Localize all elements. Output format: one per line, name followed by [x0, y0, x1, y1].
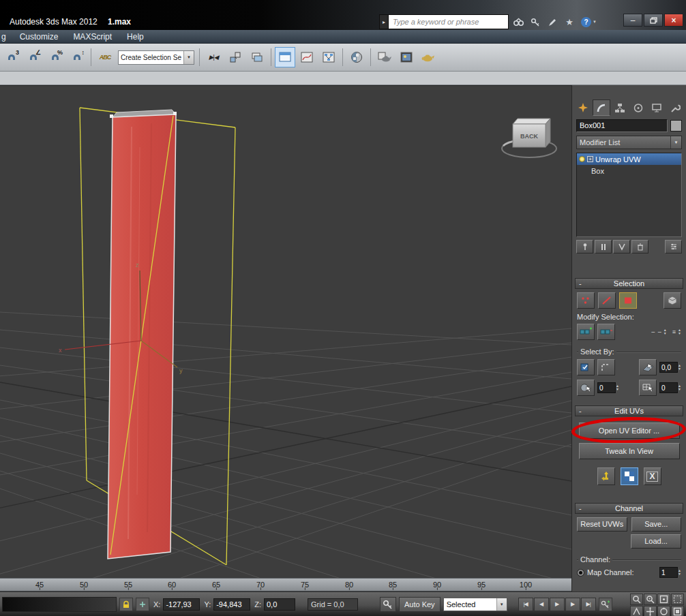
close-button[interactable]: ×	[664, 14, 683, 27]
search-input[interactable]	[389, 14, 509, 29]
reset-uvws-button[interactable]: Reset UVWs	[577, 517, 627, 532]
tab-utilities[interactable]	[666, 99, 684, 116]
align-button[interactable]	[225, 47, 245, 67]
orbit-button[interactable]	[657, 606, 670, 616]
tab-motion[interactable]	[629, 99, 647, 116]
menu-item-partial[interactable]: g	[0, 30, 12, 44]
lightbulb-icon[interactable]	[579, 156, 585, 162]
go-to-start-button[interactable]: |◀	[518, 598, 533, 611]
quick-transform-button[interactable]	[597, 467, 615, 485]
x-coordinate-field[interactable]: -127,93	[163, 598, 200, 611]
configure-modifier-sets-button[interactable]	[665, 240, 682, 253]
zoom-button[interactable]	[630, 594, 643, 605]
tab-create[interactable]	[574, 99, 592, 116]
viewport-canvas[interactable]: x z y BACK	[0, 86, 571, 579]
schematic-view-button[interactable]	[318, 47, 339, 67]
vertex-mode-button[interactable]	[577, 292, 595, 309]
render-setup-button[interactable]	[374, 47, 395, 67]
percent-snap-button[interactable]: %	[45, 47, 65, 67]
load-button[interactable]: Load...	[631, 534, 681, 549]
expand-icon[interactable]: +	[587, 156, 593, 162]
named-selection-sets-button[interactable]: ABC	[95, 47, 115, 67]
previous-frame-button[interactable]: ◀	[534, 598, 549, 611]
key-icon[interactable]	[528, 15, 543, 29]
material-id-spinner[interactable]: 0 ▲▼	[659, 382, 681, 393]
map-channel-value[interactable]: 1	[659, 567, 678, 578]
search-go-button[interactable]: ▸	[379, 14, 389, 29]
edge-mode-button[interactable]	[598, 292, 616, 309]
select-by-material-id-button[interactable]	[639, 380, 657, 396]
auto-key-button[interactable]: Auto Key	[399, 597, 441, 612]
material-editor-button[interactable]	[346, 47, 367, 67]
select-element-button[interactable]	[663, 292, 681, 309]
smoothing-group-value[interactable]: 0	[597, 382, 616, 393]
planar-angle-value[interactable]: 0,0	[659, 362, 678, 373]
map-channel-spinner[interactable]: 1 ▲▼	[659, 567, 681, 578]
pencil-icon[interactable]	[545, 15, 560, 29]
selection-set-dropdown[interactable]: Create Selection Se ▼	[118, 50, 194, 65]
timeline-ruler[interactable]: 45 50 55 60 65 70 75 80 85 90 95 100	[0, 578, 571, 591]
remove-modifier-button[interactable]	[631, 240, 648, 253]
planar-angle-spinner[interactable]: 0,0 ▲▼	[659, 362, 681, 373]
tab-display[interactable]	[648, 99, 666, 116]
go-to-end-button[interactable]: ▶|	[581, 598, 596, 611]
make-unique-button[interactable]	[613, 240, 630, 253]
tab-modify[interactable]	[593, 99, 610, 116]
restore-button[interactable]	[644, 14, 663, 27]
edit-uvs-rollout-header[interactable]: - Edit UVs	[575, 405, 683, 416]
toggle-ribbon-button[interactable]	[275, 47, 295, 67]
menu-item-help[interactable]: Help	[119, 30, 151, 44]
material-id-value[interactable]: 0	[659, 382, 678, 393]
spinner-arrows[interactable]: ▲▼	[678, 569, 681, 576]
planar-angle-button[interactable]	[639, 359, 657, 375]
quick-map-x-button[interactable]: X	[644, 467, 661, 485]
modifier-list-dropdown[interactable]: Modifier List ▼	[576, 136, 682, 149]
y-coordinate-field[interactable]: -94,843	[213, 598, 250, 611]
zoom-all-button[interactable]	[644, 594, 657, 605]
tab-hierarchy[interactable]	[611, 99, 629, 116]
modifier-stack-item-unwrap-uvw[interactable]: + Unwrap UVW	[577, 153, 681, 165]
ring-spinner[interactable]: ▲▼	[663, 328, 667, 335]
layer-manager-button[interactable]	[247, 47, 267, 67]
absolute-mode-toggle[interactable]	[136, 598, 149, 611]
spinner-snap-button[interactable]: ↕	[67, 47, 87, 67]
viewcube[interactable]: BACK	[502, 119, 556, 157]
modifier-stack-item-box[interactable]: Box	[577, 165, 681, 176]
shrink-selection-button[interactable]	[597, 324, 615, 340]
select-by-edge-button[interactable]	[597, 359, 615, 375]
selection-lock-toggle[interactable]	[119, 598, 133, 611]
search-binoculars-icon[interactable]	[511, 15, 526, 29]
z-coordinate-field[interactable]: 0,0	[264, 598, 295, 611]
show-end-result-button[interactable]	[595, 240, 612, 253]
angle-snap-button[interactable]: ∠	[23, 47, 44, 67]
pin-stack-button[interactable]	[576, 240, 593, 253]
set-keys-button[interactable]	[380, 597, 396, 612]
ignore-backfacing-button[interactable]	[577, 359, 595, 375]
favorites-star-icon[interactable]: ★	[562, 15, 577, 29]
help-menu[interactable]: ? ▼	[581, 17, 597, 27]
minimize-button[interactable]: –	[623, 14, 642, 27]
next-frame-button[interactable]: ▶	[565, 598, 580, 611]
zoom-extents-button[interactable]	[657, 594, 670, 605]
pan-button[interactable]	[644, 606, 657, 616]
spinner-arrows[interactable]: ▲▼	[616, 384, 619, 391]
render-production-button[interactable]	[418, 47, 438, 67]
maximize-viewport-button[interactable]	[671, 606, 684, 616]
tweak-in-view-button[interactable]: Tweak In View	[579, 443, 680, 459]
polygon-mode-button[interactable]	[619, 292, 637, 309]
perspective-viewport[interactable]: x z y BACK	[0, 85, 571, 578]
loop-spinner[interactable]: ▲▼	[678, 328, 681, 335]
select-by-smoothing-group-button[interactable]	[577, 380, 595, 396]
menu-item-customize[interactable]: Customize	[12, 30, 66, 44]
key-mode-toggle[interactable]	[599, 598, 612, 611]
ring-control[interactable]: – – ▲▼	[651, 328, 666, 335]
open-uv-editor-button[interactable]: Open UV Editor ...	[579, 422, 680, 439]
menu-item-maxscript[interactable]: MAXScript	[65, 30, 119, 44]
rendered-frame-window-button[interactable]	[396, 47, 417, 67]
snap-toggle-3d-button[interactable]: 3	[1, 47, 22, 67]
mirror-button[interactable]: ▶|◀	[203, 47, 224, 67]
smoothing-group-spinner[interactable]: 0 ▲▼	[597, 382, 619, 393]
object-name-field[interactable]: Box001	[576, 119, 668, 132]
spinner-arrows[interactable]: ▲▼	[678, 364, 681, 371]
field-of-view-button[interactable]	[630, 606, 643, 616]
